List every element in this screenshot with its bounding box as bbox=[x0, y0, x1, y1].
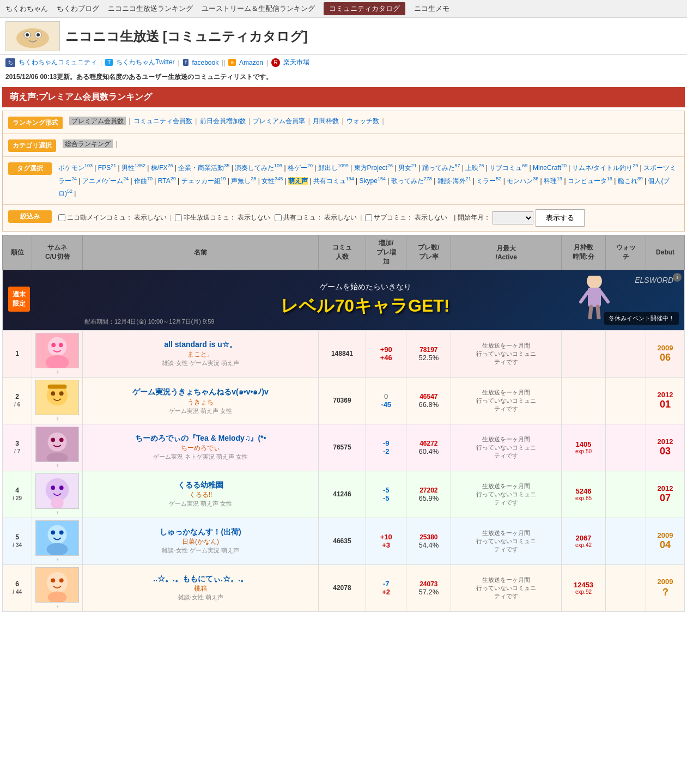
tag-joei[interactable]: 上映25 bbox=[465, 164, 484, 172]
tag-pokemon[interactable]: ポケモン103 bbox=[58, 164, 93, 172]
info-icon[interactable]: i bbox=[673, 273, 682, 282]
ranking-option-community[interactable]: コミュニティ会員数 bbox=[133, 117, 192, 125]
owner-link-4[interactable]: くるる!! bbox=[189, 491, 212, 499]
filter-nico-main-checkbox[interactable] bbox=[58, 214, 65, 221]
debut-cell-6: 2009 ？ bbox=[646, 564, 685, 611]
ad-weekend-label: 週末限定 bbox=[8, 287, 30, 312]
ad-cell[interactable]: i 週末限定 ゲームを始めたらいきなり レベル70キャラGET! 配布期間：12… bbox=[3, 270, 685, 330]
entry-link-6[interactable]: ..☆。.。ももにてぃ.☆。.。 bbox=[86, 574, 314, 584]
tag-female[interactable]: 女性345 bbox=[262, 177, 283, 185]
rank-1: 1 bbox=[3, 330, 32, 377]
owner-link-1[interactable]: まこと。 bbox=[187, 350, 214, 358]
owner-link-2[interactable]: うきょち bbox=[187, 398, 214, 406]
amazon-link[interactable]: Amazon bbox=[239, 59, 263, 66]
tag-ensou[interactable]: 演奏してみた109 bbox=[235, 164, 282, 172]
svg-point-20 bbox=[59, 391, 64, 396]
tag-sakkyoku[interactable]: 作曲70 bbox=[134, 177, 153, 185]
display-button[interactable]: 表示する bbox=[536, 209, 585, 227]
tag-overseas[interactable]: 雑談-海外21 bbox=[437, 177, 471, 185]
tag-mirror[interactable]: ミラー52 bbox=[476, 177, 501, 185]
filter-shared-commu[interactable]: 共有コミュ：表示しない bbox=[275, 212, 357, 224]
tag-voiceless[interactable]: 声無し28 bbox=[231, 177, 256, 185]
ranking-option-daily[interactable]: 前日会員増加数 bbox=[200, 117, 246, 125]
inc1-3: -9 bbox=[369, 439, 403, 447]
filter-subcommu[interactable]: サブコミュ：表示しない bbox=[365, 212, 447, 224]
tag-moe-voice[interactable]: 萌え声 bbox=[288, 177, 308, 185]
col-thumb: サムネC/U切替 bbox=[32, 235, 83, 270]
name-cell-2: ゲーム実況うきょちゃんねるv(๑•v•๑ﾉ)v うきょち ゲーム実況 萌え声 女… bbox=[83, 377, 318, 424]
nav-blog[interactable]: ちくわブログ bbox=[57, 4, 99, 14]
waku-num-5: 2067 bbox=[565, 534, 602, 542]
tag-cooking[interactable]: 料理19 bbox=[544, 177, 562, 185]
tag-utatte[interactable]: 歌ってみた278 bbox=[391, 177, 432, 185]
tag-rta[interactable]: RTA29 bbox=[158, 177, 176, 185]
filter-shared-checkbox[interactable] bbox=[275, 214, 282, 221]
tag-touhou[interactable]: 東方Project26 bbox=[354, 164, 393, 172]
col-debut: Debut bbox=[646, 235, 685, 270]
entry-link-1[interactable]: all standard is u☆。 bbox=[86, 340, 314, 350]
commu-count-2: 70369 bbox=[318, 377, 366, 424]
svg-rect-21 bbox=[48, 385, 67, 389]
owner-link-5[interactable]: 日菜(かなん) bbox=[182, 538, 219, 545]
entry-link-4[interactable]: くるる幼稚園 bbox=[86, 481, 314, 490]
tag-computer[interactable]: コンピュータ16 bbox=[568, 177, 612, 185]
owner-link-6[interactable]: 桃箱 bbox=[194, 585, 207, 592]
table-row: 1 ♀ all standar bbox=[3, 330, 685, 377]
tag-subcommu[interactable]: サブコミュ69 bbox=[489, 164, 527, 172]
filter-non-live-checkbox[interactable] bbox=[175, 214, 182, 221]
tag-kakuge[interactable]: 格ゲー20 bbox=[288, 164, 313, 172]
filter-non-live[interactable]: 非生放送コミュ：表示しない bbox=[175, 212, 270, 224]
filter-sub-checkbox[interactable] bbox=[365, 214, 372, 221]
ranking-option-monthly[interactable]: 月間枠数 bbox=[313, 117, 339, 125]
waku-cell-1 bbox=[562, 330, 606, 377]
entry-link-5[interactable]: しゅっかなんす！(出荷) bbox=[86, 527, 314, 537]
entry-link-2[interactable]: ゲーム実況うきょちゃんねるv(๑•v•๑ﾉ)v bbox=[86, 386, 314, 398]
tag-minecraft[interactable]: MineCraft20 bbox=[533, 164, 567, 172]
entry-link-3[interactable]: ちーめろでぃの『Tea & Melody♫』(*• bbox=[86, 434, 314, 443]
tag-kantai[interactable]: 艦これ39 bbox=[618, 177, 643, 185]
tag-samune[interactable]: サムネ/タイトル釣り29 bbox=[572, 164, 638, 172]
tag-shared-commu[interactable]: 共有コミュ194 bbox=[313, 177, 354, 185]
nav-chikuwa[interactable]: ちくわちゃん bbox=[5, 4, 48, 14]
ranking-option-watch[interactable]: ウォッチ数 bbox=[346, 117, 379, 125]
nav-nico-memo[interactable]: ニコ生メモ bbox=[414, 4, 449, 14]
facebook-link[interactable]: facebook bbox=[192, 59, 218, 66]
tag-fps[interactable]: FPS21 bbox=[98, 164, 116, 172]
table-wrapper: 順位 サムネC/U切替 名前 コミュ人数 増加/プレ増加 プレ数/プレ率 月最大… bbox=[2, 235, 685, 612]
nav-ustream[interactable]: ユーストリーム＆生配信ランキング bbox=[202, 4, 315, 14]
ad-logo: ELSWORD bbox=[635, 276, 673, 284]
pre-count-6: 24073 bbox=[410, 580, 447, 588]
site-logo bbox=[5, 21, 60, 51]
thumb-img-6 bbox=[35, 567, 79, 603]
category-option-all[interactable]: 総合ランキング bbox=[63, 139, 113, 148]
month-select[interactable]: 2009 2010 2011 2012 2013 2014 2015 bbox=[493, 211, 533, 224]
chikuwa-twitter-link[interactable]: ちくわちゃんTwitter bbox=[116, 58, 174, 67]
nav-niconico-ranking[interactable]: ニコニコ生放送ランキング bbox=[108, 4, 193, 14]
tag-male[interactable]: 男性1352 bbox=[121, 164, 145, 172]
tag-mhunter[interactable]: モンハン36 bbox=[507, 177, 538, 185]
pre-count-1: 78197 bbox=[410, 346, 447, 354]
owner-link-3[interactable]: ちーめろでぃ bbox=[181, 444, 220, 452]
tag-anime-game[interactable]: アニメ/ゲーム24 bbox=[82, 177, 129, 185]
rakuten-link[interactable]: 楽天市場 bbox=[283, 58, 309, 67]
chikuwa-community-link[interactable]: ちくわちゃんコミュニティ bbox=[19, 58, 97, 67]
ranking-option-premium[interactable]: プレミアム会員数 bbox=[69, 117, 126, 125]
waku-exp-3: exp.50 bbox=[565, 448, 602, 454]
tag-odotte[interactable]: 踊ってみた57 bbox=[422, 164, 460, 172]
tag-skype[interactable]: Skype154 bbox=[360, 177, 386, 185]
inc1-5: +10 bbox=[369, 533, 403, 541]
monthly-text-5: 生放送をーヶ月間行っていないコミュニティです bbox=[454, 529, 558, 554]
filter-nico-main[interactable]: ニコ動メインコミュ：表示しない bbox=[58, 212, 167, 224]
tag-business[interactable]: 企業・商業活動35 bbox=[178, 164, 229, 172]
debut-year-1: 2009 bbox=[649, 344, 681, 352]
ad-banner[interactable]: i 週末限定 ゲームを始めたらいきなり レベル70キャラGET! 配布期間：12… bbox=[3, 270, 684, 330]
tag-checker[interactable]: チェッカー組19 bbox=[181, 177, 226, 185]
nav-community-catalog[interactable]: コミュニティカタログ bbox=[324, 2, 405, 15]
tag-face[interactable]: 顔出し1099 bbox=[318, 164, 349, 172]
tag-danjo[interactable]: 男女21 bbox=[398, 164, 417, 172]
svg-line-10 bbox=[590, 307, 591, 318]
thumb-img-3 bbox=[35, 427, 79, 462]
ranking-option-premium-rate[interactable]: プレミアム会員率 bbox=[253, 117, 305, 125]
rank-5: 5/ 34 bbox=[3, 518, 32, 564]
tag-stockfx[interactable]: 株/FX26 bbox=[151, 164, 173, 172]
